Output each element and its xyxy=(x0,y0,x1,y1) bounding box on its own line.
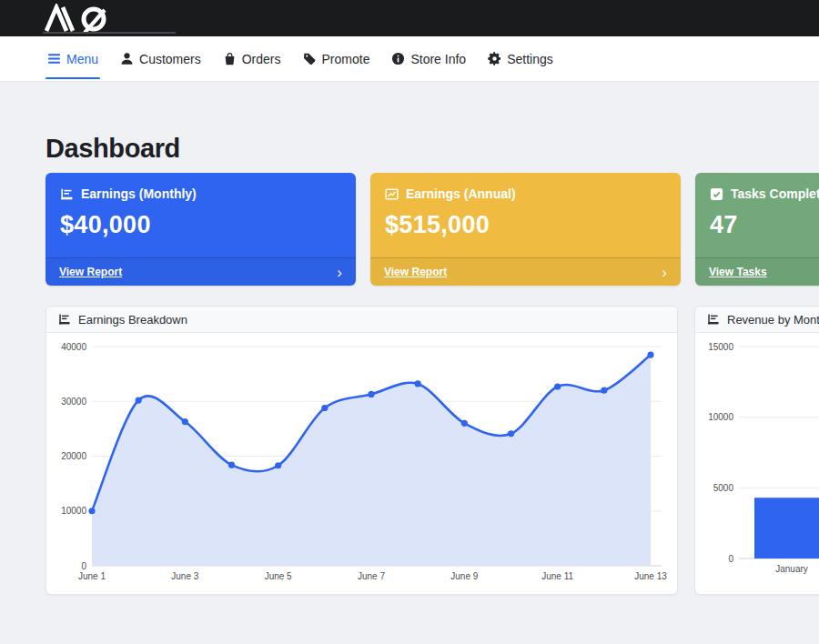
stat-cards-row: Earnings (Monthly)$40,000View Report›Ear… xyxy=(46,173,819,286)
svg-text:June 1: June 1 xyxy=(78,571,106,581)
bag-icon xyxy=(223,52,237,65)
nav-item-orders[interactable]: Orders xyxy=(223,36,281,81)
card-earnings-monthly: Earnings (Monthly)$40,000View Report› xyxy=(46,173,356,286)
gear-icon xyxy=(488,52,501,65)
card-title-row: Earnings (Monthly) xyxy=(60,186,341,201)
panel-earnings-breakdown: Earnings Breakdown 010000200003000040000… xyxy=(46,306,678,595)
nav-item-store-info[interactable]: Store Info xyxy=(391,36,466,81)
nav-item-label: Customers xyxy=(139,52,201,66)
panel-header-revenue-by-month: Revenue by Month xyxy=(695,307,819,333)
card-title: Earnings (Monthly) xyxy=(81,186,197,201)
line-chart-icon xyxy=(385,187,399,201)
svg-text:June 7: June 7 xyxy=(358,571,385,581)
nav-item-label: Orders xyxy=(242,52,281,66)
svg-text:5000: 5000 xyxy=(713,483,734,493)
svg-text:June 3: June 3 xyxy=(171,571,198,581)
hamburger-icon xyxy=(47,52,61,65)
card-footer: View Report› xyxy=(370,257,681,286)
user-icon xyxy=(120,52,134,65)
bar-chart-icon xyxy=(60,187,74,201)
card-earnings-annual: Earnings (Annual)$515,000View Report› xyxy=(370,173,681,286)
page-title: Dashboard xyxy=(46,134,819,164)
svg-text:0: 0 xyxy=(728,554,733,564)
nav-item-customers[interactable]: Customers xyxy=(120,36,201,81)
svg-text:June 13: June 13 xyxy=(634,571,667,581)
svg-text:0: 0 xyxy=(81,561,86,571)
svg-text:June 9: June 9 xyxy=(450,571,478,581)
revenue-by-month-chart: 050001000015000January xyxy=(695,333,819,595)
nav-bar: MenuCustomersOrdersPromoteStore InfoSett… xyxy=(0,36,819,82)
bar-chart-icon xyxy=(58,313,71,326)
card-value: 47 xyxy=(710,211,819,239)
card-link[interactable]: View Report xyxy=(59,266,122,278)
svg-text:10000: 10000 xyxy=(708,412,733,422)
nav-item-label: Store Info xyxy=(410,52,466,66)
card-body: Tasks Completed47 xyxy=(695,173,819,253)
card-body: Earnings (Monthly)$40,000 xyxy=(46,173,356,253)
svg-text:June 11: June 11 xyxy=(541,571,573,581)
panel-revenue-by-month: Revenue by Month 050001000015000January xyxy=(694,306,819,595)
card-footer: View Report› xyxy=(46,257,356,286)
nav-item-settings[interactable]: Settings xyxy=(488,36,553,81)
card-value: $40,000 xyxy=(60,211,341,239)
card-body: Earnings (Annual)$515,000 xyxy=(370,173,681,253)
main-content: Dashboard Earnings (Monthly)$40,000View … xyxy=(0,134,819,595)
card-footer: View Tasks› xyxy=(695,257,819,286)
tag-icon xyxy=(303,52,317,65)
logo-underline xyxy=(43,32,176,34)
top-bar xyxy=(0,0,819,36)
chart-panels-row: Earnings Breakdown 010000200003000040000… xyxy=(46,306,819,595)
earnings-breakdown-chart: 010000200003000040000June 1June 3June 5J… xyxy=(46,333,677,595)
nav-item-promote[interactable]: Promote xyxy=(303,36,370,81)
card-link[interactable]: View Report xyxy=(384,266,447,278)
svg-text:40000: 40000 xyxy=(61,342,86,352)
svg-text:10000: 10000 xyxy=(61,506,86,516)
panel-title: Revenue by Month xyxy=(727,313,819,327)
nav-item-label: Menu xyxy=(66,52,98,66)
check-square-icon xyxy=(710,187,723,201)
svg-text:June 5: June 5 xyxy=(265,571,292,581)
nav-item-label: Promote xyxy=(322,52,370,66)
info-icon xyxy=(391,52,405,65)
card-title: Tasks Completed xyxy=(731,186,819,201)
card-title-row: Tasks Completed xyxy=(710,186,819,201)
nav-item-label: Settings xyxy=(507,52,553,66)
nav-item-menu[interactable]: Menu xyxy=(47,36,98,81)
svg-text:20000: 20000 xyxy=(61,451,86,461)
svg-text:15000: 15000 xyxy=(708,342,733,352)
chevron-right-icon: › xyxy=(662,265,667,280)
logo-mq[interactable] xyxy=(44,4,120,33)
chevron-right-icon: › xyxy=(337,265,342,280)
panel-title: Earnings Breakdown xyxy=(78,313,187,327)
card-title: Earnings (Annual) xyxy=(406,186,516,201)
card-tasks-completed: Tasks Completed47View Tasks› xyxy=(695,173,819,286)
bar-chart-icon xyxy=(707,313,720,326)
svg-text:January: January xyxy=(775,564,808,574)
panel-header-earnings-breakdown: Earnings Breakdown xyxy=(46,307,677,333)
card-title-row: Earnings (Annual) xyxy=(385,186,666,201)
svg-text:30000: 30000 xyxy=(61,397,86,407)
card-value: $515,000 xyxy=(385,211,666,239)
card-link[interactable]: View Tasks xyxy=(709,266,767,278)
